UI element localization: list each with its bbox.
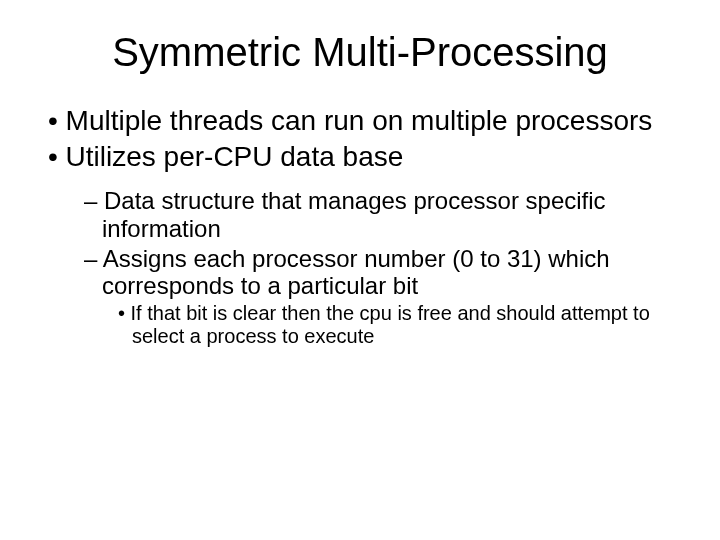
slide-container: Symmetric Multi-Processing Multiple thre… — [0, 0, 720, 540]
spacer — [40, 177, 680, 185]
bullet-level1: Utilizes per-CPU data base — [40, 141, 680, 173]
bullet-level1: Multiple threads can run on multiple pro… — [40, 105, 680, 137]
slide-title: Symmetric Multi-Processing — [40, 30, 680, 75]
bullet-level3: If that bit is clear then the cpu is fre… — [40, 302, 680, 348]
bullet-level2: Assigns each processor number (0 to 31) … — [40, 245, 680, 300]
bullet-level2: Data structure that manages processor sp… — [40, 187, 680, 242]
